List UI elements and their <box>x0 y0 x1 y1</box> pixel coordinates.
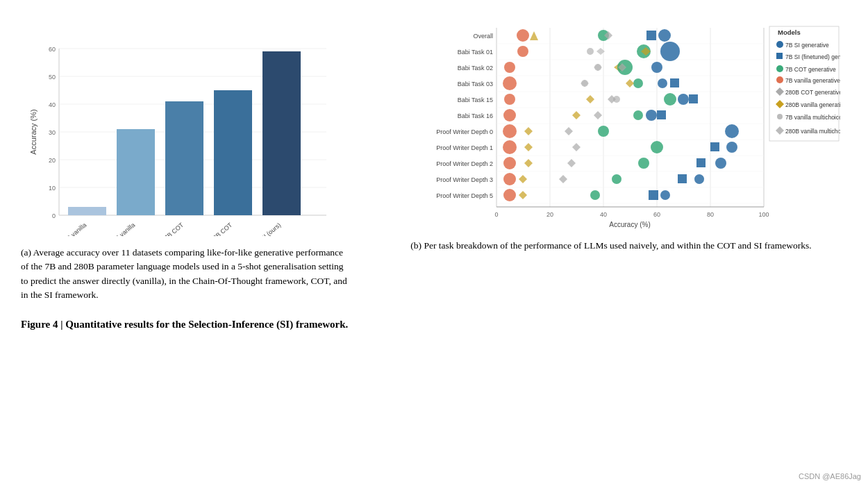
svg-text:Proof Writer Depth 3: Proof Writer Depth 3 <box>436 176 493 183</box>
dot <box>504 62 515 73</box>
legend-title: Models <box>778 28 801 36</box>
svg-text:Babi Task 01: Babi Task 01 <box>458 49 493 56</box>
dot <box>664 93 676 106</box>
dot <box>524 159 533 167</box>
dot <box>670 78 679 87</box>
svg-text:40: 40 <box>600 211 607 218</box>
x-label-3: 280B COT <box>206 221 233 236</box>
bar-280b-cot <box>214 90 252 215</box>
caption-a: (a) Average accuracy over 11 datasets co… <box>21 246 347 302</box>
dot <box>646 110 657 121</box>
x-label-0: 7B vanilla <box>62 221 87 236</box>
dot <box>517 46 528 57</box>
dot <box>503 76 517 90</box>
dot <box>581 80 589 87</box>
dot <box>649 190 658 200</box>
chart-a: Accuracy (%) 0 10 20 30 40 <box>21 14 354 239</box>
dot <box>608 95 616 103</box>
dot <box>696 158 706 167</box>
dot <box>710 142 719 151</box>
legend-label: 280B vanilla multichoice <box>785 128 840 135</box>
svg-text:60: 60 <box>49 46 56 53</box>
figure-label: Figure 4 | Quantitative results for the … <box>21 319 847 330</box>
svg-text:Proof Writer Depth 5: Proof Writer Depth 5 <box>436 192 493 199</box>
legend-dot <box>776 41 783 48</box>
dot <box>503 140 517 154</box>
bar-7b-vanilla <box>68 207 106 215</box>
dot <box>572 143 581 151</box>
dot <box>658 78 667 88</box>
dot <box>519 175 527 183</box>
dot <box>559 175 567 183</box>
dot <box>503 157 516 169</box>
bar-7b-si <box>262 51 301 215</box>
legend-dot <box>776 65 783 72</box>
dot <box>646 31 656 40</box>
dot <box>651 62 662 73</box>
legend-label: 7B COT generative <box>785 66 836 73</box>
dot <box>694 174 704 184</box>
dot <box>503 173 516 185</box>
svg-text:Proof Writer Depth 1: Proof Writer Depth 1 <box>436 144 493 151</box>
dot <box>725 124 739 138</box>
legend-dot <box>776 126 784 135</box>
dot <box>503 109 516 122</box>
dot <box>633 110 643 120</box>
y-axis-label: Accuracy (%) <box>29 109 37 154</box>
legend-label: 7B SI generative <box>785 42 829 49</box>
svg-text:20: 20 <box>546 211 553 218</box>
dot <box>519 191 527 199</box>
svg-text:Overall: Overall <box>473 33 493 40</box>
dot <box>678 94 689 105</box>
svg-text:Proof Writer Depth 2: Proof Writer Depth 2 <box>436 160 493 167</box>
dot <box>504 94 515 105</box>
dot <box>530 31 538 40</box>
dot <box>567 159 576 167</box>
scatter-chart-svg: 0 20 40 60 80 100 Accuracy (%) Overall B… <box>375 14 840 229</box>
dot <box>587 48 594 55</box>
dot <box>590 190 600 200</box>
dot <box>651 141 663 153</box>
dot <box>626 79 634 87</box>
legend-dot <box>776 76 783 83</box>
dot <box>612 174 621 184</box>
dot <box>726 142 737 153</box>
bar-280b-vanilla <box>117 129 155 215</box>
svg-text:40: 40 <box>49 101 56 108</box>
legend-label: 280B vanilla generative <box>785 101 840 108</box>
dot <box>586 95 594 103</box>
bar-chart-svg: Accuracy (%) 0 10 20 30 40 <box>28 21 340 236</box>
dot <box>715 158 726 169</box>
legend-dot <box>777 114 783 119</box>
dot <box>503 189 516 201</box>
svg-text:100: 100 <box>758 211 769 218</box>
svg-text:Accuracy (%): Accuracy (%) <box>609 221 650 228</box>
caption-b: (b) Per task breakdown of the performanc… <box>375 239 847 253</box>
dot <box>633 78 643 88</box>
dot <box>660 190 670 200</box>
csdn-watermark: CSDN @AE86Jag <box>799 472 861 480</box>
svg-text:Babi Task 15: Babi Task 15 <box>458 97 493 103</box>
dot <box>678 174 687 183</box>
svg-text:Babi Task 03: Babi Task 03 <box>458 81 493 87</box>
dot <box>524 143 533 151</box>
figure-a: Accuracy (%) 0 10 20 30 40 <box>21 14 354 302</box>
dot <box>565 127 573 135</box>
dot <box>689 94 698 103</box>
dot <box>572 111 581 119</box>
legend-label: 7B vanilla multichoice <box>785 114 840 121</box>
dot <box>598 126 609 137</box>
dot <box>657 110 666 119</box>
svg-text:0: 0 <box>52 212 56 219</box>
x-label-4: 7B SI (ours) <box>252 221 282 236</box>
legend-dot <box>776 100 784 108</box>
legend-label: 280B COT generative <box>785 89 840 96</box>
svg-text:0: 0 <box>494 211 498 218</box>
figure-b: 0 20 40 60 80 100 Accuracy (%) Overall B… <box>375 14 847 253</box>
legend-dot <box>776 87 784 96</box>
legend-label: 7B SI (finetuned) generative <box>785 53 840 60</box>
svg-text:Babi Task 16: Babi Task 16 <box>458 112 493 119</box>
x-label-1: 280B vanilla <box>106 221 136 236</box>
legend-label: 7B vanilla generative <box>785 77 840 84</box>
svg-text:60: 60 <box>653 211 660 218</box>
